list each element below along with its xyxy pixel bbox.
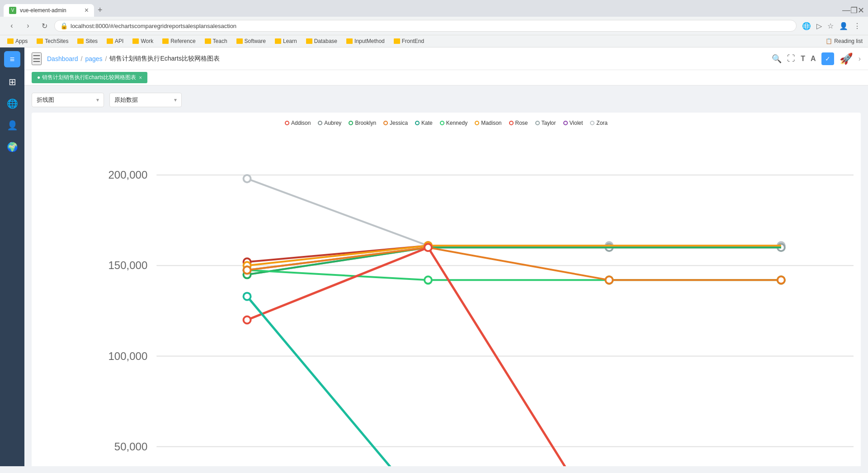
legend-label: Rose [515, 120, 528, 126]
page-tab-close[interactable]: × [139, 75, 142, 81]
svg-point-19 [244, 175, 251, 182]
bookmark-frontend[interactable]: FrontEnd [392, 37, 426, 45]
bookmark-label: Database [314, 38, 337, 44]
bookmark-software[interactable]: Software [235, 37, 268, 45]
legend-item-addison[interactable]: Addison [285, 120, 311, 126]
bookmark-apps[interactable]: Apps [5, 37, 29, 45]
translate-button[interactable]: A [811, 55, 816, 63]
legend-dot [349, 121, 353, 125]
bookmark-techsites[interactable]: TechSites [35, 37, 70, 45]
chart-type-arrow: ▾ [96, 97, 99, 103]
bookmark-inputmethod[interactable]: InputMethod [344, 37, 387, 45]
sidebar-item-user[interactable]: 👤 [0, 114, 24, 136]
legend-item-madison[interactable]: Madison [475, 120, 501, 126]
bookmark-learn[interactable]: Learn [273, 37, 299, 45]
fullscreen-button[interactable]: ⛶ [787, 54, 795, 63]
minimize-button[interactable]: — [842, 5, 850, 15]
chart-legend: Addison Aubrey Brooklyn Jessica Kate Ken… [39, 120, 854, 126]
reading-list-button[interactable]: 📋 Reading list [826, 38, 863, 44]
legend-item-taylor[interactable]: Taylor [535, 120, 556, 126]
menu-btn[interactable]: ⋮ [852, 20, 863, 32]
folder-icon [77, 38, 84, 44]
legend-item-violet[interactable]: Violet [563, 120, 583, 126]
rocket-icon[interactable]: 🚀 [840, 52, 853, 65]
reload-button[interactable]: ↻ [38, 19, 51, 32]
controls-row: 折线图 ▾ 原始数据 ▾ [32, 93, 861, 107]
legend-dot [563, 121, 568, 125]
sidebar: ≡ ⊞ 🌐 👤 🌍 [0, 47, 24, 466]
tab-close-button[interactable]: × [85, 7, 89, 14]
active-page-tab[interactable]: ● 销售计划销售执行Echarts比较网格图表 × [32, 72, 147, 83]
legend-dot [285, 121, 289, 125]
tab-title: vue-element-admin [20, 7, 81, 14]
app-container: ≡ ⊞ 🌐 👤 🌍 ☰ Dashboard / pages / 销售计划销售执行… [0, 47, 868, 466]
bookmark-reference[interactable]: Reference [160, 37, 197, 45]
new-tab-button[interactable]: + [94, 4, 106, 17]
close-window-button[interactable]: ✕ [858, 5, 864, 15]
cast-btn[interactable]: ▷ [815, 20, 824, 32]
bookmark-api[interactable]: API [105, 37, 125, 45]
folder-icon [236, 38, 243, 44]
sidebar-item-dashboard[interactable]: ⊞ [0, 71, 24, 93]
bookmark-btn[interactable]: ☆ [826, 20, 835, 32]
legend-dot [475, 121, 479, 125]
legend-item-kate[interactable]: Kate [415, 120, 433, 126]
url-bar[interactable]: 🔒 localhost:8000/#/echartscomparegridrep… [54, 20, 797, 32]
bookmark-work[interactable]: Work [131, 37, 155, 45]
font-size-button[interactable]: T [801, 55, 805, 63]
legend-item-jessica[interactable]: Jessica [383, 120, 408, 126]
legend-label: Zora [596, 120, 608, 126]
sidebar-logo[interactable]: ≡ [4, 51, 20, 67]
bookmark-label: Teach [213, 38, 227, 44]
page-tab-label: ● 销售计划销售执行Echarts比较网格图表 [37, 74, 136, 81]
bookmark-label: API [115, 38, 123, 44]
back-button[interactable]: ‹ [5, 19, 18, 32]
breadcrumb-pages[interactable]: pages [85, 55, 102, 62]
sidebar-item-globe[interactable]: 🌐 [0, 93, 24, 114]
maximize-button[interactable]: ❐ [850, 5, 858, 15]
dashboard-icon: ⊞ [9, 76, 16, 87]
hamburger-button[interactable]: ☰ [32, 52, 42, 65]
user-icon: 👤 [7, 120, 18, 131]
folder-icon [37, 38, 43, 44]
bookmark-teach[interactable]: Teach [203, 37, 229, 45]
legend-dot [535, 121, 540, 125]
browser-actions: 🌐 ▷ ☆ 👤 ⋮ [800, 20, 863, 32]
legend-label: Kate [421, 120, 433, 126]
data-type-select[interactable]: 原始数据 ▾ [109, 93, 182, 107]
reading-list-icon: 📋 [826, 38, 832, 44]
collapse-icon[interactable]: › [859, 55, 861, 63]
theme-button[interactable]: ✓ [821, 52, 834, 65]
header-actions: 🔍 ⛶ T A ✓ 🚀 › [772, 52, 861, 65]
bookmark-sites[interactable]: Sites [75, 37, 99, 45]
world-icon: 🌍 [7, 142, 18, 152]
bookmark-database[interactable]: Database [304, 37, 339, 45]
tab-favicon: V [9, 7, 16, 14]
chart-type-select[interactable]: 折线图 ▾ [32, 93, 104, 107]
legend-item-kennedy[interactable]: Kennedy [440, 120, 467, 126]
breadcrumb-sep2: / [105, 55, 107, 62]
legend-item-aubrey[interactable]: Aubrey [318, 120, 341, 126]
chart-type-label: 折线图 [37, 96, 54, 104]
active-tab[interactable]: V vue-element-admin × [4, 4, 94, 17]
breadcrumb-sep1: / [81, 55, 83, 62]
bookmark-label: FrontEnd [402, 38, 424, 44]
url-text: localhost:8000/#/echartscomparegridrepor… [71, 23, 791, 29]
data-type-arrow: ▾ [174, 97, 177, 103]
legend-item-brooklyn[interactable]: Brooklyn [349, 120, 376, 126]
folder-icon [7, 38, 14, 44]
legend-dot [440, 121, 444, 125]
svg-point-34 [425, 276, 432, 284]
sidebar-item-world[interactable]: 🌍 [0, 136, 24, 158]
address-bar: ‹ › ↻ 🔒 localhost:8000/#/echartscompareg… [0, 17, 868, 35]
legend-item-zora[interactable]: Zora [590, 120, 608, 126]
bookmark-label: Learn [283, 38, 297, 44]
search-button[interactable]: 🔍 [772, 54, 782, 64]
chart-container: Addison Aubrey Brooklyn Jessica Kate Ken… [32, 113, 861, 466]
breadcrumb-home[interactable]: Dashboard [47, 55, 78, 62]
forward-button[interactable]: › [22, 19, 34, 32]
reading-list-label: Reading list [834, 38, 863, 44]
translate-btn[interactable]: 🌐 [800, 20, 813, 32]
legend-item-rose[interactable]: Rose [509, 120, 528, 126]
profile-btn[interactable]: 👤 [837, 20, 850, 32]
